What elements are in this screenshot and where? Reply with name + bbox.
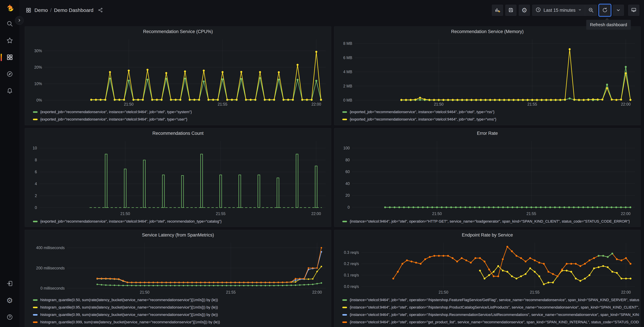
sidebar-item-explore[interactable] xyxy=(4,69,15,80)
svg-text:21:50: 21:50 xyxy=(120,212,130,216)
panel-recommendation-memory: Recommendation Service (Memory) 21:5021:… xyxy=(334,26,641,125)
legend-swatch xyxy=(342,111,347,113)
svg-text:10: 10 xyxy=(32,146,37,150)
save-icon xyxy=(508,7,514,14)
legend-item[interactable]: {exported_job="recommendationservice", i… xyxy=(33,218,330,225)
legend-label: {instance="otelcol:9464", job="otel", op… xyxy=(350,312,639,317)
svg-text:22:00: 22:00 xyxy=(312,102,321,106)
legend-label: {exported_job="recommendationservice", i… xyxy=(40,219,222,224)
bell-icon xyxy=(6,88,13,95)
chevron-right-icon xyxy=(18,18,21,23)
sidebar-item-search[interactable] xyxy=(4,18,15,29)
legend-label: {exported_job="recommendationservice", i… xyxy=(40,110,192,114)
sidebar-item-help[interactable] xyxy=(4,312,15,323)
refresh-interval-button[interactable] xyxy=(613,5,624,16)
legend-item[interactable]: {instance="otelcol:9464", job="otel", op… xyxy=(342,296,639,304)
legend-swatch xyxy=(33,299,38,301)
legend-item[interactable]: {instance="otelcol:9464", job="otel", op… xyxy=(342,311,639,318)
sidebar-item-sign-in[interactable] xyxy=(4,278,15,289)
legend-label: histogram_quantile(0.50, sum(rate(latenc… xyxy=(40,298,218,302)
legend: {exported_job="recommendationservice", i… xyxy=(25,218,331,225)
apps-icon xyxy=(26,8,32,13)
panel-service-latency: Service Latency (from SpanMetrics) 21:50… xyxy=(25,230,331,327)
svg-text:0: 0 xyxy=(348,205,350,210)
svg-text:6: 6 xyxy=(35,170,37,174)
chart-area[interactable]: 21:5021:5522:000.0 req/s0.1 req/s0.2 req… xyxy=(334,240,640,295)
legend-item[interactable]: histogram_quantile(0.95, sum(rate(latenc… xyxy=(33,304,330,311)
add-panel-button[interactable] xyxy=(492,5,503,16)
sidebar-item-configuration[interactable]: ⚙ xyxy=(4,295,15,306)
svg-text:0.2 req/s: 0.2 req/s xyxy=(344,262,359,266)
svg-text:21:50: 21:50 xyxy=(432,212,442,216)
breadcrumb-page[interactable]: Demo Dashboard xyxy=(54,8,93,13)
legend-swatch xyxy=(342,299,347,301)
svg-text:0: 0 xyxy=(35,206,37,210)
svg-text:4 MB: 4 MB xyxy=(343,70,352,74)
svg-text:22:00: 22:00 xyxy=(312,290,322,294)
cycle-view-mode-button[interactable] xyxy=(628,5,639,16)
sidebar: ⚙ xyxy=(0,0,19,327)
panel-title[interactable]: Recommendations Count xyxy=(25,128,331,138)
svg-text:0 MB: 0 MB xyxy=(343,98,352,102)
legend-item[interactable]: {instance="otelcol:9464", job="otel", op… xyxy=(342,218,639,225)
legend-swatch xyxy=(33,307,38,308)
chart-area[interactable]: 21:5021:5522:000%10%20%30% xyxy=(25,36,331,107)
svg-text:30%: 30% xyxy=(34,49,42,53)
legend-label: {exported_job="recommendationservice", i… xyxy=(350,110,494,114)
legend-item[interactable]: histogram_quantile(0.50, sum(rate(latenc… xyxy=(33,296,330,304)
grafana-logo[interactable] xyxy=(5,4,14,12)
time-range-label: Last 15 minutes xyxy=(544,8,576,13)
monitor-icon xyxy=(631,7,636,14)
legend-item[interactable]: histogram_quantile(0.99, sum(rate(latenc… xyxy=(33,311,330,318)
sidebar-expand-button[interactable] xyxy=(15,16,24,25)
sidebar-item-dashboards[interactable] xyxy=(4,52,15,63)
save-dashboard-button[interactable] xyxy=(505,5,516,16)
svg-text:20: 20 xyxy=(345,193,350,198)
tooltip-text: Refresh dashboard xyxy=(590,22,627,27)
refresh-button[interactable] xyxy=(599,5,610,16)
legend-label: {instance="otelcol:9464", job="otel", op… xyxy=(350,305,639,310)
panel-endpoint-rate: Endpoint Rate by Service 21:5021:5522:00… xyxy=(334,230,641,327)
legend-item[interactable]: {exported_job="recommendationservice", i… xyxy=(33,108,330,116)
zoom-out-icon xyxy=(588,7,594,14)
legend: {exported_job="recommendationservice", i… xyxy=(334,108,640,123)
legend-item[interactable]: {instance="otelcol:9464", job="otel", op… xyxy=(342,304,639,311)
legend-item[interactable]: {instance="otelcol:9464", job="otel", op… xyxy=(342,318,639,326)
sidebar-item-alerting[interactable] xyxy=(4,86,15,96)
chart-area[interactable]: 21:5021:5522:000 milliseconds200 millise… xyxy=(25,240,331,295)
svg-text:21:55: 21:55 xyxy=(526,212,536,216)
time-range-picker[interactable]: Last 15 minutes xyxy=(532,5,585,16)
legend-item[interactable]: histogram_quantile(0.999, sum(rate(laten… xyxy=(33,318,330,326)
chart-area[interactable]: 21:5021:5522:000 MB2 MB4 MB6 MB8 MB xyxy=(334,36,640,107)
chart-area[interactable]: 21:5021:5522:000246810 xyxy=(25,138,331,216)
legend-label: {instance="otelcol:9464", job="otel", op… xyxy=(350,298,639,302)
zoom-out-button[interactable] xyxy=(585,5,597,16)
dashboard-grid: Recommendation Service (CPU%) 21:5021:55… xyxy=(19,20,644,327)
gear-icon: ⚙ xyxy=(522,7,527,14)
panel-title[interactable]: Recommendation Service (CPU%) xyxy=(25,26,331,36)
clock-icon xyxy=(536,7,541,14)
legend-item[interactable]: {exported_job="recommendationservice", i… xyxy=(342,116,639,123)
chart-area[interactable]: 21:5021:5522:00020406080100 xyxy=(334,138,640,216)
panel-title[interactable]: Service Latency (from SpanMetrics) xyxy=(25,230,331,240)
svg-text:0.3 req/s: 0.3 req/s xyxy=(344,250,359,255)
refresh-tooltip: Refresh dashboard xyxy=(586,20,631,30)
legend-item[interactable]: {exported_job="recommendationservice", i… xyxy=(342,108,639,116)
svg-text:8: 8 xyxy=(35,158,37,162)
share-button[interactable] xyxy=(97,8,104,13)
legend-item[interactable]: {exported_job="recommendationservice", i… xyxy=(33,116,330,123)
svg-text:2: 2 xyxy=(35,194,37,198)
panel-recommendation-cpu: Recommendation Service (CPU%) 21:5021:55… xyxy=(25,26,331,125)
breadcrumb-section[interactable]: Demo xyxy=(34,8,48,13)
gear-icon: ⚙ xyxy=(6,297,13,304)
legend-label: histogram_quantile(0.999, sum(rate(laten… xyxy=(40,320,220,324)
svg-text:6 MB: 6 MB xyxy=(343,56,352,60)
panel-title[interactable]: Error Rate xyxy=(334,128,640,138)
panel-error-rate: Error Rate 21:5021:5522:00020406080100 {… xyxy=(334,128,641,227)
legend: {exported_job="recommendationservice", i… xyxy=(25,108,331,123)
sidebar-item-favorites[interactable] xyxy=(4,35,15,46)
panel-title[interactable]: Endpoint Rate by Service xyxy=(334,230,640,240)
svg-text:22:00: 22:00 xyxy=(311,212,321,216)
dashboard-settings-button[interactable]: ⚙ xyxy=(519,5,530,16)
legend: {instance="otelcol:9464", job="otel", op… xyxy=(334,218,640,225)
